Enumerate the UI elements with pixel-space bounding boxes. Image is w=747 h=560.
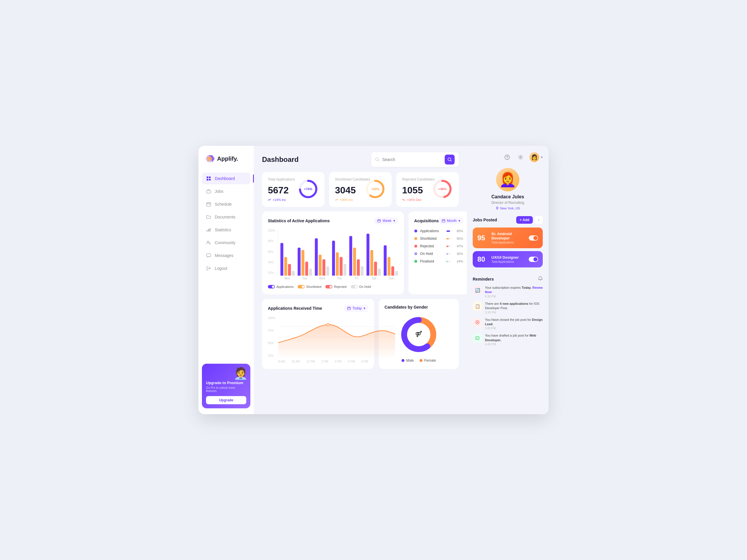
svg-point-40 [520, 157, 521, 158]
month-period-btn[interactable]: Month ▾ [439, 217, 463, 224]
svg-rect-3 [207, 177, 208, 178]
bar-chart-card: Statistics of Active Applications Week ▾ [262, 211, 404, 294]
jobs-section: Jobs Posted + Add › 95 Sr. Android Devel… [473, 216, 543, 270]
calendar-line-icon [347, 306, 351, 310]
logo: Applify. [199, 154, 254, 173]
main-content: Dashboard [254, 146, 467, 414]
today-period-btn[interactable]: Today ▾ [344, 305, 368, 312]
svg-rect-27 [347, 307, 351, 310]
upgrade-button[interactable]: Upgrade [206, 396, 246, 404]
sidebar-item-messages[interactable]: Messages [202, 250, 250, 261]
sidebar-item-logout[interactable]: Logout [202, 263, 250, 274]
search-button[interactable] [445, 155, 455, 164]
search-btn-icon [447, 158, 452, 162]
sidebar: Applify. Dashboard [199, 146, 254, 414]
week-period-btn[interactable]: Week ▾ [375, 217, 398, 224]
sidebar-item-community[interactable]: Community [202, 237, 250, 248]
location-icon [495, 207, 499, 210]
svg-text:+74%: +74% [304, 187, 312, 191]
stat-cards-row: Total Applications ··· 5672 +14% Inc [262, 172, 459, 207]
sidebar-item-label: Schedule [215, 202, 232, 207]
svg-rect-5 [207, 179, 208, 181]
line-chart-title: Applications Received Time [268, 306, 322, 311]
profile-avatar: 👩‍🦰 [496, 168, 519, 191]
stat-label: Rejected Candidates [402, 177, 435, 181]
sidebar-item-jobs[interactable]: Jobs [202, 186, 250, 197]
bar-chart: 100% 80% 60% 40% 20% [268, 229, 398, 282]
acquisitions-list: Applications 80% Shortlisted 55% [414, 229, 463, 263]
svg-point-12 [207, 241, 209, 243]
logout-icon [206, 266, 211, 271]
donut-legend: Male Female [402, 358, 436, 363]
stat-card-rejected: Rejected Candidates ··· 1055 +04% Dec [396, 172, 459, 207]
reminder-icon-3 [473, 318, 482, 327]
folder-icon [206, 214, 211, 220]
message-icon [206, 253, 211, 258]
bottom-charts-row: Applications Received Time Today ▾ [262, 299, 459, 369]
topbar-avatar: 👩 [529, 152, 539, 162]
line-chart-svg [278, 317, 395, 357]
search-input[interactable] [382, 157, 442, 162]
jobs-next-btn[interactable]: › [535, 216, 543, 224]
svg-rect-7 [207, 190, 211, 193]
reminder-icon-4 [473, 334, 482, 343]
upgrade-title: Upgrade to Premium [206, 381, 246, 385]
sidebar-item-label: Messages [215, 253, 233, 258]
user-avatar-group[interactable]: 👩 ▾ [529, 152, 543, 162]
trending-up-icon [268, 198, 272, 202]
grid-icon [206, 176, 211, 181]
donut-chart-title: Candidates by Gender [385, 305, 428, 310]
people-icon [206, 240, 211, 245]
shortlisted-toggle[interactable] [298, 285, 305, 289]
job-toggle-uxui[interactable] [529, 257, 538, 262]
svg-rect-9 [207, 230, 207, 232]
chevron-down-icon: ▾ [541, 155, 543, 159]
job-card-android: 95 Sr. Android Developer Total Applicati… [473, 228, 543, 248]
acq-item: Rejected 47% [414, 244, 463, 248]
sidebar-item-label: Jobs [215, 189, 224, 194]
app-name: Applify. [217, 156, 238, 162]
onhold-toggle[interactable] [351, 285, 358, 289]
sidebar-item-label: Logout [215, 266, 227, 271]
sidebar-item-label: Community [215, 240, 235, 245]
svg-rect-10 [208, 229, 209, 232]
sidebar-item-label: Dashboard [215, 176, 235, 181]
jobs-posted-title: Jobs Posted [473, 218, 497, 222]
acquisitions-title: Acquisitions [414, 218, 439, 223]
svg-rect-25 [378, 220, 381, 222]
stat-ring-2: +60% [365, 179, 386, 201]
sidebar-item-documents[interactable]: Documents [202, 211, 250, 223]
charts-row: Statistics of Active Applications Week ▾ [262, 211, 459, 294]
sidebar-item-schedule[interactable]: Schedule [202, 198, 250, 210]
reminder-item: 🔄 Your subscription expires Today. Renew… [473, 286, 543, 298]
stat-ring-1: +74% [298, 179, 319, 201]
female-dot [420, 359, 422, 362]
search-icon-inner [375, 158, 379, 162]
sidebar-item-statistics[interactable]: Statistics [202, 224, 250, 236]
svg-point-39 [507, 158, 508, 159]
svg-rect-11 [209, 228, 210, 232]
upgrade-banner: 🧑‍💼 Upgrade to Premium Go Pro to unlock … [202, 364, 250, 408]
upgrade-subtitle: Go Pro to unlock more features [206, 386, 246, 393]
logo-icon [205, 154, 215, 163]
rejected-toggle[interactable] [325, 285, 332, 289]
settings-button[interactable] [516, 153, 525, 162]
reminders-section: Reminders 🔄 Your subscription expires To… [473, 276, 543, 349]
briefcase-icon [206, 189, 211, 194]
acq-item: Finalised 24% [414, 259, 463, 263]
job-toggle-android[interactable] [529, 235, 538, 241]
add-job-button[interactable]: + Add [516, 216, 533, 224]
acq-item: Shortlisted 55% [414, 237, 463, 241]
bell-button[interactable] [538, 276, 543, 282]
svg-rect-8 [207, 203, 211, 206]
trending-up-icon [335, 198, 338, 202]
reminder-item: You have drafted a job post for Web Deve… [473, 334, 543, 346]
acq-item: On Hold 35% [414, 252, 463, 256]
topbar: Dashboard [254, 146, 467, 172]
svg-rect-6 [209, 179, 211, 181]
reminder-icon-1: 🔄 [473, 286, 482, 295]
sidebar-item-dashboard[interactable]: Dashboard [202, 173, 250, 184]
applications-toggle[interactable] [268, 285, 275, 289]
svg-rect-26 [442, 220, 445, 222]
help-button[interactable] [503, 153, 512, 162]
